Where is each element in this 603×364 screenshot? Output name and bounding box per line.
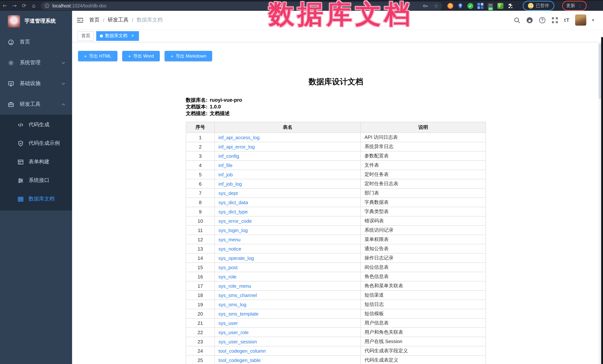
table-row: 7 sys_dept 部门表 bbox=[186, 188, 486, 198]
table-link[interactable]: inf_api_error_log bbox=[219, 144, 255, 149]
home-icon[interactable]: ⌂ bbox=[29, 1, 39, 11]
export-button[interactable]: +导出 Markdown bbox=[165, 51, 212, 61]
puzzle-extensions-icon[interactable] bbox=[508, 3, 513, 9]
leaf-extension-icon[interactable] bbox=[498, 3, 503, 9]
scrollbar-thumb[interactable] bbox=[599, 44, 601, 99]
check-extension-icon[interactable]: ✓ bbox=[467, 3, 473, 9]
table-row: 10 sys_error_code 错误码表 bbox=[186, 216, 486, 226]
navbar-actions: tT ▾ bbox=[514, 14, 603, 26]
sidebar-item-devtools[interactable]: 研发工具 bbox=[0, 94, 72, 115]
table-link[interactable]: sys_error_code bbox=[219, 218, 252, 224]
address-bar[interactable]: localhost:1024/tool/db-doc ☆ bbox=[41, 2, 442, 10]
active-dot-icon bbox=[100, 34, 103, 37]
app-logo[interactable]: 芋道管理系统 bbox=[0, 11, 72, 32]
sidebar-item-db-doc[interactable]: 数据库文档 bbox=[0, 190, 72, 208]
table-link[interactable]: sys_notice bbox=[219, 246, 241, 252]
doc-meta: 数据库名:ruoyi-vue-pro 文档版本:1.0.0 文档描述:文档描述 bbox=[186, 97, 486, 117]
help-icon[interactable] bbox=[539, 17, 546, 23]
breadcrumb-devtools[interactable]: 研发工具 bbox=[108, 17, 128, 23]
table-link[interactable]: sys_operate_log bbox=[219, 255, 254, 261]
hamburger-icon[interactable] bbox=[77, 17, 84, 23]
sidebar-item-codegen[interactable]: 代码生成 bbox=[0, 115, 72, 134]
paused-label: 已暂停 bbox=[536, 3, 549, 9]
table-link[interactable]: inf_job_log bbox=[219, 181, 242, 187]
github-icon[interactable] bbox=[526, 17, 533, 23]
table-link[interactable]: sys_dept bbox=[219, 190, 238, 196]
table-row: 1 inf_api_access_log API 访问日志表 bbox=[186, 133, 486, 142]
breadcrumb: 首页 / 研发工具 / 数据库文档 bbox=[89, 17, 163, 23]
menu-kebab-icon[interactable]: ⋮ bbox=[578, 3, 583, 8]
table-link[interactable]: sys_user bbox=[219, 320, 238, 326]
table-link[interactable]: sys_menu bbox=[219, 237, 241, 242]
plus-icon: + bbox=[84, 53, 87, 59]
table-link[interactable]: tool_codegen_column bbox=[219, 348, 266, 353]
bookmark-star-icon[interactable]: ☆ bbox=[434, 3, 438, 9]
font-size-icon[interactable]: tT bbox=[564, 17, 570, 23]
table-link[interactable]: sys_dict_data bbox=[219, 199, 248, 205]
url-text: localhost:1024/tool/db-doc bbox=[52, 3, 107, 8]
table-link[interactable]: sys_login_log bbox=[219, 227, 248, 233]
sidebar-item-system[interactable]: 系统管理 bbox=[0, 52, 72, 73]
table-row: 8 sys_dict_data 字典数据表 bbox=[186, 198, 486, 207]
caret-down-icon[interactable]: ▾ bbox=[592, 18, 594, 22]
export-button[interactable]: +导出 HTML bbox=[78, 51, 117, 61]
table-link[interactable]: sys_role_menu bbox=[219, 283, 251, 289]
table-link[interactable]: sys_sms_log bbox=[219, 302, 246, 307]
table-link[interactable]: sys_user_role bbox=[219, 330, 249, 335]
table-row: 19 sys_sms_log 短信日志 bbox=[186, 300, 486, 309]
content-scrollbar[interactable] bbox=[599, 42, 601, 364]
table-row: 16 sys_role 角色信息表 bbox=[186, 272, 486, 281]
forward-icon[interactable]: → bbox=[10, 1, 19, 11]
update-label: 更新 bbox=[566, 3, 575, 9]
password-key-icon[interactable] bbox=[423, 3, 429, 9]
table-link[interactable]: sys_sms_template bbox=[219, 311, 258, 317]
table-row: 22 sys_user_role 用户和角色关联表 bbox=[186, 328, 486, 337]
table-row: 13 sys_notice 通知公告表 bbox=[186, 244, 486, 253]
breadcrumb-home[interactable]: 首页 bbox=[89, 17, 100, 23]
table-link[interactable]: tool_codegen_table bbox=[219, 357, 261, 363]
table-row: 24 tool_codegen_column 代码生成表字段定义 bbox=[186, 346, 486, 355]
table-link[interactable]: inf_api_access_log bbox=[219, 134, 259, 140]
sidebar-item-codegen-demo[interactable]: 代码生成示例 bbox=[0, 134, 72, 153]
sidebar-item-infra[interactable]: 基础设施 bbox=[0, 73, 72, 94]
browser-update-button[interactable]: 更新 ⋮ bbox=[562, 1, 587, 11]
window-scrollbar[interactable] bbox=[601, 37, 603, 364]
table-link[interactable]: inf_file bbox=[219, 162, 232, 168]
tables-overview: 序号 表名 说明 1 inf_api_access_log API 访问日志表 … bbox=[186, 122, 486, 364]
table-link[interactable]: sys_role bbox=[219, 274, 236, 279]
tab-db-doc[interactable]: 数据库文档 × bbox=[96, 31, 139, 41]
fullscreen-icon[interactable] bbox=[552, 17, 559, 23]
table-link[interactable]: inf_config bbox=[219, 153, 239, 159]
close-icon[interactable]: × bbox=[130, 33, 135, 38]
orange-extension-icon[interactable] bbox=[447, 3, 453, 9]
table-link[interactable]: sys_user_session bbox=[219, 339, 257, 344]
pin-extension-icon[interactable] bbox=[457, 3, 463, 9]
translate-paused-chip[interactable]: 已暂停 bbox=[523, 1, 554, 11]
table-link[interactable]: inf_job bbox=[219, 172, 233, 177]
form-icon bbox=[17, 159, 24, 165]
table-row: 4 inf_file 文件表 bbox=[186, 161, 486, 170]
table-row: 3 inf_config 参数配置表 bbox=[186, 151, 486, 161]
table-row: 20 sys_sms_template 短信模板 bbox=[186, 309, 486, 318]
table-grid-icon bbox=[17, 196, 24, 202]
site-info-icon[interactable] bbox=[45, 3, 49, 8]
sidebar-item-api[interactable]: 系统接口 bbox=[0, 171, 72, 190]
table-link[interactable]: sys_sms_channel bbox=[219, 292, 257, 298]
plus-icon: + bbox=[128, 53, 131, 59]
table-link[interactable]: sys_post bbox=[219, 265, 238, 270]
switch-on-extension-icon[interactable]: on bbox=[487, 3, 493, 9]
back-icon[interactable]: ← bbox=[0, 1, 10, 11]
search-icon[interactable] bbox=[514, 17, 521, 23]
table-link[interactable]: sys_dict_type bbox=[219, 209, 248, 214]
sidebar-item-home[interactable]: 首页 bbox=[0, 32, 72, 52]
tab-home[interactable]: 首页 bbox=[78, 31, 94, 41]
user-avatar[interactable] bbox=[575, 14, 586, 26]
chevron-down-icon bbox=[61, 61, 65, 65]
sidebar-item-form-builder[interactable]: 表单构建 bbox=[0, 153, 72, 171]
grid-extension-icon[interactable] bbox=[477, 3, 483, 9]
reload-icon[interactable]: ⟳ bbox=[19, 1, 29, 11]
main-area: 首页 / 研发工具 / 数据库文档 bbox=[72, 11, 603, 364]
export-button[interactable]: +导出 Word bbox=[122, 51, 160, 61]
emoji-extension-icon bbox=[528, 3, 533, 9]
shield-check-icon bbox=[17, 140, 24, 146]
